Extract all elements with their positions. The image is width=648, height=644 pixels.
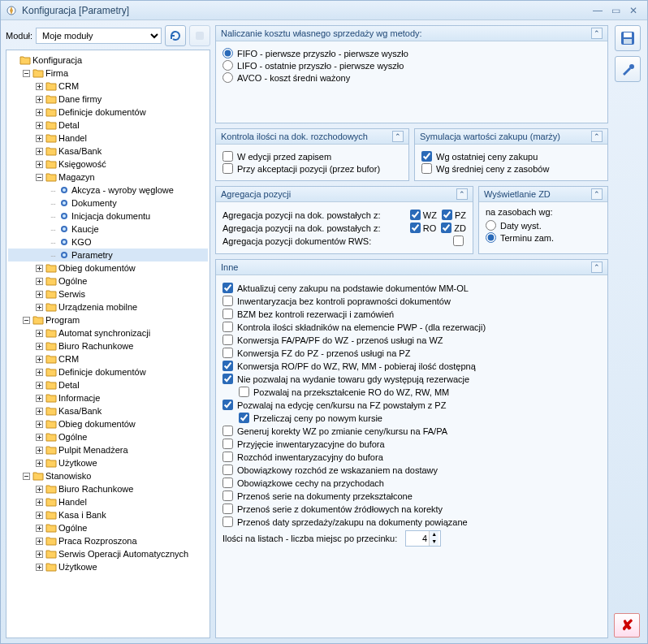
tree-node[interactable]: Kasa i Bank: [8, 508, 208, 521]
close-button[interactable]: ✕: [624, 3, 642, 18]
inne-option[interactable]: Przenoś serie z dokumentów źródłowych na…: [222, 504, 601, 514]
checkbox[interactable]: [442, 210, 452, 220]
expand-icon[interactable]: [36, 395, 45, 402]
checkbox[interactable]: [222, 426, 233, 436]
expand-icon[interactable]: [36, 356, 45, 363]
minimize-button[interactable]: —: [589, 3, 607, 18]
expand-icon[interactable]: [36, 408, 45, 415]
save-button[interactable]: [615, 25, 641, 51]
inne-option[interactable]: Przenoś daty sprzedaży/zakupu na dokumen…: [222, 516, 601, 527]
checkbox[interactable]: [421, 151, 432, 162]
expand-icon[interactable]: [36, 96, 45, 103]
radio[interactable]: [486, 232, 496, 243]
cancel-button[interactable]: ✘: [614, 613, 640, 638]
checkbox[interactable]: [441, 223, 451, 233]
inne-option[interactable]: Inwentaryzacja bez kontroli poprawności …: [222, 296, 601, 306]
inne-option[interactable]: BZM bez kontroli rezerwacji i zamówień: [222, 309, 601, 319]
radio[interactable]: [222, 48, 233, 58]
module-select[interactable]: Moje moduły: [36, 28, 162, 44]
checkbox-row[interactable]: W edycji przed zapisem: [222, 151, 402, 162]
checkbox[interactable]: [222, 283, 233, 293]
expand-icon[interactable]: [36, 83, 45, 90]
inne-option[interactable]: Kontrola ilości składników na elemencie …: [222, 322, 601, 332]
inne-option[interactable]: Obowiązkowy rozchód ze wskazaniem na dos…: [222, 465, 601, 475]
expand-icon[interactable]: [36, 174, 45, 181]
expand-icon[interactable]: [36, 343, 45, 350]
checkbox[interactable]: [239, 413, 249, 423]
expand-icon[interactable]: [36, 122, 45, 129]
expand-icon[interactable]: [36, 135, 45, 142]
expand-icon[interactable]: [36, 499, 45, 506]
expand-icon[interactable]: [36, 551, 45, 558]
expand-icon[interactable]: [36, 304, 45, 311]
checkbox[interactable]: [222, 452, 233, 462]
zd-option[interactable]: Terminu zam.: [486, 232, 601, 243]
tree-node[interactable]: Firma: [8, 67, 208, 80]
tree-node[interactable]: Księgowość: [8, 158, 208, 171]
checkbox-row[interactable]: Przy akceptacji pozycji (przez bufor): [222, 163, 402, 174]
expand-icon[interactable]: [36, 161, 45, 168]
agg-check[interactable]: WZ: [410, 210, 437, 220]
expand-icon[interactable]: [36, 382, 45, 389]
expand-icon[interactable]: [36, 512, 45, 519]
tree-node[interactable]: Stanowisko: [8, 469, 208, 482]
inne-option[interactable]: Przeliczaj ceny po nowym kursie: [239, 413, 601, 423]
checkbox[interactable]: [222, 491, 233, 501]
tree-node[interactable]: Kasa/Bank: [8, 404, 208, 417]
expand-icon[interactable]: [36, 564, 45, 571]
expand-icon[interactable]: [36, 525, 45, 532]
expand-icon[interactable]: [36, 434, 45, 441]
action-button[interactable]: [189, 25, 210, 46]
checkbox[interactable]: [222, 478, 233, 488]
tree-node[interactable]: Urządzenia mobilne: [8, 300, 208, 313]
tree-node[interactable]: ····Inicjacja dokumentu: [8, 210, 208, 223]
collapse-icon[interactable]: ⌃: [591, 188, 603, 200]
checkbox[interactable]: [421, 163, 432, 174]
tree-node[interactable]: Automat synchronizacji: [8, 326, 208, 339]
checkbox[interactable]: [222, 361, 233, 371]
checkbox[interactable]: [410, 210, 421, 220]
tree-node[interactable]: Biuro Rachunkowe: [8, 482, 208, 495]
inne-option[interactable]: Konwersja FA/PA/PF do WZ - przenoś usług…: [222, 335, 601, 345]
collapse-icon[interactable]: ⌃: [456, 188, 468, 200]
checkbox-row[interactable]: Wg ostatniej ceny zakupu: [421, 151, 601, 162]
checkbox[interactable]: [222, 163, 233, 174]
checkbox[interactable]: [222, 516, 233, 527]
inne-option[interactable]: Przenoś serie na dokumenty przekształcon…: [222, 491, 601, 501]
checkbox[interactable]: [222, 151, 233, 162]
tree-node[interactable]: Użytkowe: [8, 456, 208, 469]
tree-node[interactable]: CRM: [8, 80, 208, 93]
tree-node[interactable]: Handel: [8, 495, 208, 508]
tree-node[interactable]: ····Dokumenty: [8, 197, 208, 210]
radio[interactable]: [222, 72, 233, 83]
checkbox[interactable]: [222, 322, 233, 332]
tree-node[interactable]: Praca Rozproszona: [8, 534, 208, 547]
cost-option[interactable]: FIFO - pierwsze przyszło - pierwsze wysz…: [222, 48, 601, 58]
inne-option[interactable]: Generuj korekty WZ po zmianie ceny/kursu…: [222, 426, 601, 436]
expand-icon[interactable]: [23, 70, 32, 77]
tree-node[interactable]: Program: [8, 313, 208, 326]
inne-option[interactable]: Obowiązkowe cechy na przychodach: [222, 478, 601, 488]
radio[interactable]: [222, 60, 233, 71]
tree-node[interactable]: Ogólne: [8, 274, 208, 287]
expand-icon[interactable]: [36, 421, 45, 428]
inne-option[interactable]: Nie pozwalaj na wydanie towaru gdy wystę…: [222, 374, 601, 384]
checkbox[interactable]: [222, 400, 233, 410]
tree-node[interactable]: ····Kaucje: [8, 223, 208, 236]
tree-node[interactable]: Handel: [8, 132, 208, 145]
agg-check[interactable]: [453, 236, 466, 246]
checkbox[interactable]: [222, 504, 233, 514]
checkbox[interactable]: [222, 348, 233, 358]
inne-option[interactable]: Pozwalaj na edycję cen/kursu na FZ powst…: [222, 400, 601, 410]
collapse-icon[interactable]: ⌃: [392, 131, 404, 142]
tree-node[interactable]: Dane firmy: [8, 93, 208, 106]
expand-icon[interactable]: [36, 538, 45, 545]
expand-icon[interactable]: [23, 317, 32, 324]
tree-node[interactable]: Magazyn: [8, 171, 208, 184]
agg-check[interactable]: ZD: [441, 223, 466, 233]
ilosci-input[interactable]: [406, 534, 429, 543]
expand-icon[interactable]: [23, 473, 32, 480]
collapse-icon[interactable]: ⌃: [591, 28, 603, 39]
expand-icon[interactable]: [36, 460, 45, 467]
config-tree[interactable]: KonfiguracjaFirmaCRMDane firmyDefinicje …: [6, 50, 210, 638]
